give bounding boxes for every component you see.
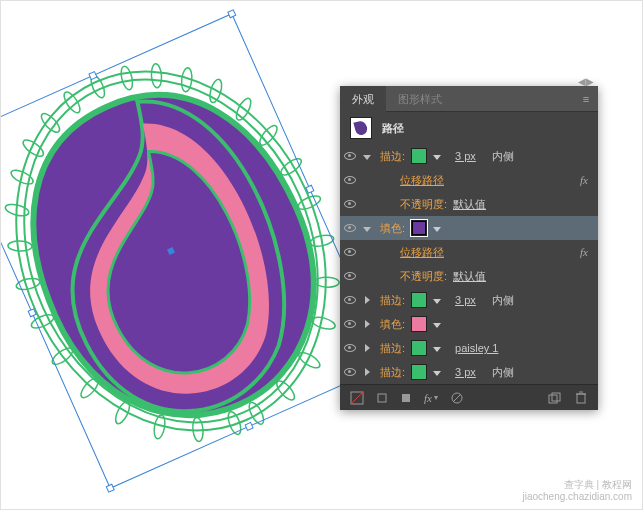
appearance-rows: 描边:3 px内侧位移路径fx不透明度:默认值填色:位移路径fx不透明度:默认值… [340, 144, 598, 384]
fx-icon[interactable]: fx [580, 174, 588, 186]
effect-label[interactable]: 位移路径 [400, 173, 444, 188]
watermark-line2: jiaocheng.chazidian.com [522, 491, 632, 503]
panel-menu-icon[interactable]: ≡ [574, 93, 598, 105]
panel-footer: fx▾ [340, 384, 598, 410]
effect-label[interactable]: 不透明度: [400, 197, 447, 212]
expand-toggle[interactable] [360, 342, 374, 354]
svg-line-46 [453, 394, 461, 402]
stroke-weight[interactable]: 3 px [455, 366, 476, 378]
visibility-toggle[interactable] [340, 342, 360, 354]
swatch-dropdown-icon[interactable] [433, 342, 441, 354]
effect-label[interactable]: 位移路径 [400, 245, 444, 260]
svg-line-42 [351, 392, 363, 404]
fill-swatch[interactable] [411, 316, 427, 332]
stroke-align: 内侧 [492, 149, 514, 164]
svg-rect-37 [106, 484, 114, 492]
stroke-align: 内侧 [492, 293, 514, 308]
watermark-line1: 查字典 | 教程网 [522, 479, 632, 491]
panel-header: 外观 图形样式 ≡ [340, 86, 598, 112]
expand-toggle[interactable] [360, 222, 374, 234]
visibility-toggle[interactable] [340, 366, 360, 378]
stroke-row[interactable]: 描边:3 px内侧 [340, 360, 598, 384]
expand-toggle[interactable] [360, 294, 374, 306]
path-thumbnail [350, 117, 372, 139]
fill-row[interactable]: 填色: [340, 216, 598, 240]
stroke-row[interactable]: 描边:3 px内侧 [340, 288, 598, 312]
fill-swatch[interactable] [411, 220, 427, 236]
swatch-dropdown-icon[interactable] [433, 294, 441, 306]
visibility-toggle[interactable] [340, 222, 360, 234]
visibility-toggle[interactable] [340, 198, 360, 210]
svg-rect-35 [28, 309, 36, 317]
stroke-row[interactable]: 描边:3 px内侧 [340, 144, 598, 168]
add-stroke-button[interactable] [372, 389, 392, 407]
appearance-subrow[interactable]: 位移路径fx [340, 168, 598, 192]
visibility-toggle[interactable] [340, 150, 360, 162]
svg-rect-43 [378, 394, 386, 402]
visibility-toggle[interactable] [340, 174, 360, 186]
attr-label: 填色: [380, 317, 405, 332]
appearance-subrow[interactable]: 位移路径fx [340, 240, 598, 264]
svg-rect-47 [549, 395, 557, 403]
opacity-value[interactable]: 默认值 [453, 197, 486, 212]
stroke-swatch[interactable] [411, 148, 427, 164]
clear-appearance-button[interactable] [446, 389, 468, 407]
appearance-panel: ◀▶ 外观 图形样式 ≡ 路径 描边:3 px内侧位移路径fx不透明度:默认值填… [340, 86, 598, 410]
svg-rect-33 [89, 72, 97, 80]
visibility-toggle[interactable] [340, 318, 360, 330]
attr-label: 描边: [380, 149, 405, 164]
path-label: 路径 [382, 121, 404, 136]
expand-toggle[interactable] [360, 318, 374, 330]
attr-label: 描边: [380, 341, 405, 356]
expand-toggle[interactable] [360, 150, 374, 162]
visibility-toggle[interactable] [340, 270, 360, 282]
stroke-swatch[interactable] [411, 364, 427, 380]
effect-label[interactable]: 不透明度: [400, 269, 447, 284]
stroke-swatch[interactable] [411, 340, 427, 356]
visibility-toggle[interactable] [340, 246, 360, 258]
expand-toggle[interactable] [360, 366, 374, 378]
tab-graphic-styles[interactable]: 图形样式 [386, 86, 454, 112]
attr-label: 填色: [380, 221, 405, 236]
swatch-dropdown-icon[interactable] [433, 318, 441, 330]
swatch-dropdown-icon[interactable] [433, 222, 441, 234]
stroke-weight[interactable]: paisley 1 [455, 342, 498, 354]
svg-rect-44 [402, 394, 410, 402]
svg-rect-40 [167, 247, 175, 255]
swatch-dropdown-icon[interactable] [433, 366, 441, 378]
fill-row[interactable]: 填色: [340, 312, 598, 336]
add-fill-button[interactable] [396, 389, 416, 407]
visibility-toggle[interactable] [340, 294, 360, 306]
delete-button[interactable] [570, 389, 592, 407]
svg-rect-31 [1, 14, 388, 488]
path-header-row[interactable]: 路径 [340, 112, 598, 144]
stroke-row[interactable]: 描边:paisley 1 [340, 336, 598, 360]
watermark: 查字典 | 教程网 jiaocheng.chazidian.com [522, 479, 632, 503]
svg-rect-49 [577, 394, 585, 403]
appearance-subrow[interactable]: 不透明度:默认值 [340, 264, 598, 288]
duplicate-button[interactable] [544, 389, 566, 407]
tab-appearance[interactable]: 外观 [340, 86, 386, 112]
no-selection-icon[interactable] [346, 389, 368, 407]
stroke-weight[interactable]: 3 px [455, 294, 476, 306]
stroke-align: 内侧 [492, 365, 514, 380]
appearance-subrow[interactable]: 不透明度:默认值 [340, 192, 598, 216]
stroke-weight[interactable]: 3 px [455, 150, 476, 162]
svg-rect-48 [552, 393, 560, 401]
fx-icon[interactable]: fx [580, 246, 588, 258]
attr-label: 描边: [380, 293, 405, 308]
svg-rect-34 [228, 10, 236, 18]
attr-label: 描边: [380, 365, 405, 380]
svg-rect-36 [306, 185, 314, 193]
opacity-value[interactable]: 默认值 [453, 269, 486, 284]
swatch-dropdown-icon[interactable] [433, 150, 441, 162]
svg-rect-38 [245, 422, 253, 430]
stroke-swatch[interactable] [411, 292, 427, 308]
add-effect-button[interactable]: fx▾ [420, 389, 442, 407]
